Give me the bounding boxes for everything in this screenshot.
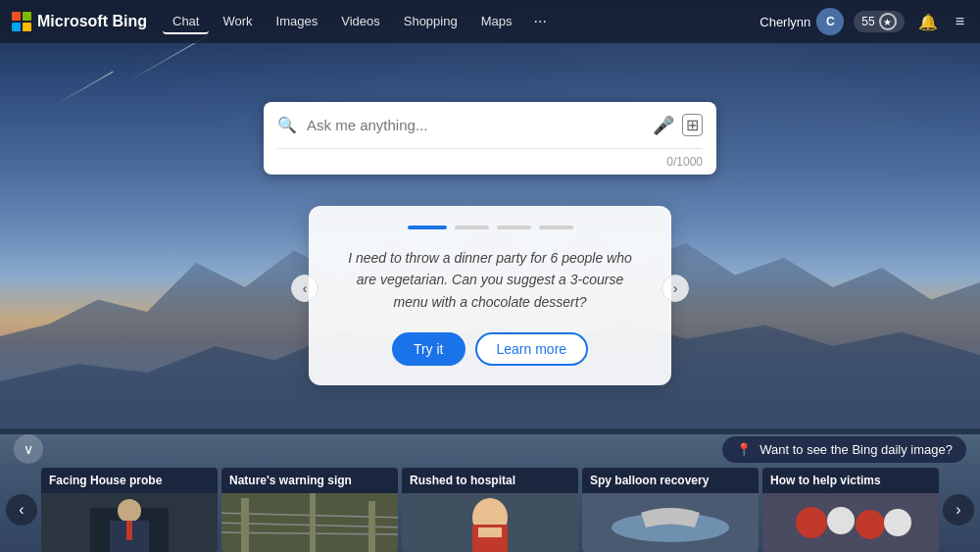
search-icon: 🔍 [277,116,297,134]
news-title-5: How to help victims [762,468,939,493]
news-prev-button[interactable]: ‹ [6,494,37,526]
news-title-1: Facing House probe [41,468,218,493]
news-image-3 [402,493,578,552]
news-next-button[interactable]: › [943,494,974,526]
main-content: 🔍 🎤 ⊞ 0/1000 ‹ I need to throw a dinner … [0,43,980,385]
search-actions: 🎤 ⊞ [653,114,703,136]
news-card-5[interactable]: How to help victims [762,468,939,552]
reward-icon: ★ [879,13,897,30]
location-pin-icon: 📍 [736,442,752,457]
prompt-text: I need to throw a dinner party for 6 peo… [338,247,642,313]
news-card-4[interactable]: Spy balloon recovery [582,468,759,552]
prompt-actions: Try it Learn more [338,332,642,366]
prompt-tab-2[interactable] [455,226,489,229]
news-card-1[interactable]: Facing House probe [41,468,218,552]
search-input-row: 🔍 🎤 ⊞ [264,102,716,148]
prompt-tabs [338,226,642,229]
prompt-card-wrapper: ‹ I need to throw a dinner party for 6 p… [309,190,671,385]
news-card-3[interactable]: Rushed to hospital [402,468,578,552]
news-image-svg-4 [582,493,759,552]
svg-rect-15 [478,527,502,537]
news-image-2 [221,493,398,552]
nav-link-shopping[interactable]: Shopping [394,10,467,34]
news-title-3: Rushed to hospital [402,468,578,493]
reward-score: 55 [861,15,874,28]
bottom-bar: ∨ 📍 Want to see the Bing daily image? ‹ … [0,428,980,552]
nav-link-work[interactable]: Work [213,10,262,34]
bottom-controls: ∨ 📍 Want to see the Bing daily image? [0,428,980,468]
nav-more-button[interactable]: ··· [525,9,554,34]
news-image-1 [41,493,218,552]
svg-rect-11 [368,501,375,552]
logo-grid [12,12,31,31]
notifications-button[interactable]: 🔔 [914,9,942,35]
svg-rect-10 [310,493,316,552]
nav-link-chat[interactable]: Chat [163,10,209,34]
nav-link-images[interactable]: Images [267,10,328,34]
prompt-tab-1[interactable] [408,226,447,229]
news-image-svg-1 [41,493,218,552]
logo[interactable]: Microsoft Bing [12,12,147,31]
news-row: ‹ Facing House probe Nature's warning si… [0,468,980,552]
svg-point-20 [827,507,855,534]
news-image-svg-3 [402,493,578,552]
prompt-card: I need to throw a dinner party for 6 peo… [309,206,671,385]
news-card-2[interactable]: Nature's warning sign [221,468,398,552]
svg-rect-9 [241,498,249,552]
logo-text: Microsoft Bing [37,13,147,30]
news-title-4: Spy balloon recovery [582,468,759,493]
news-image-5 [762,493,939,552]
daily-image-text: Want to see the Bing daily image? [760,442,953,457]
nav-link-videos[interactable]: Videos [331,10,390,34]
mic-icon[interactable]: 🎤 [653,115,674,136]
user-avatar: C [816,8,844,35]
news-title-2: Nature's warning sign [221,468,398,493]
news-image-svg-5 [762,493,939,552]
nav-right: Cherlynn C 55 ★ 🔔 ≡ [760,8,968,35]
try-it-button[interactable]: Try it [392,332,466,366]
camera-icon[interactable]: ⊞ [682,114,703,136]
navbar: Microsoft Bing Chat Work Images Videos S… [0,0,980,43]
search-counter: 0/1000 [264,149,716,175]
prompt-tab-3[interactable] [497,226,531,229]
svg-rect-4 [126,521,132,540]
svg-point-19 [796,507,827,538]
learn-more-button[interactable]: Learn more [475,332,589,366]
svg-point-21 [856,510,885,539]
nav-link-maps[interactable]: Maps [471,10,522,34]
reward-badge[interactable]: 55 ★ [854,11,904,32]
svg-point-22 [884,509,911,536]
user-info[interactable]: Cherlynn C [760,8,844,35]
collapse-button[interactable]: ∨ [14,434,43,464]
prompt-arrow-right[interactable]: › [662,275,689,302]
nav-links: Chat Work Images Videos Shopping Maps ··… [163,9,555,34]
search-container: 🔍 🎤 ⊞ 0/1000 [264,102,716,175]
svg-point-2 [118,499,141,523]
prompt-tab-4[interactable] [539,226,573,229]
user-name: Cherlynn [760,15,810,29]
prompt-arrow-left[interactable]: ‹ [291,275,318,302]
news-image-4 [582,493,759,552]
search-input[interactable] [307,117,643,133]
menu-button[interactable]: ≡ [952,9,968,34]
news-image-svg-2 [221,493,398,552]
daily-image-button[interactable]: 📍 Want to see the Bing daily image? [722,436,966,463]
